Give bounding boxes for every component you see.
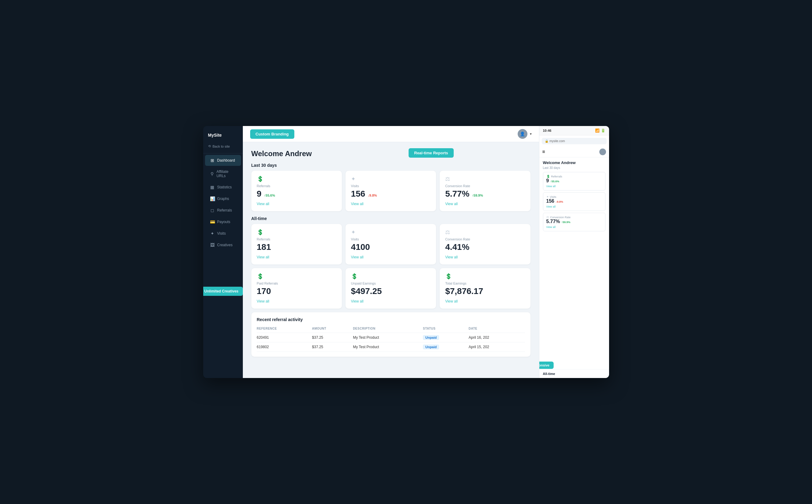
wifi-icon: 📶 — [595, 128, 599, 133]
statistics-icon: ▦ — [210, 185, 215, 190]
alltime-referrals-number: 181 — [257, 242, 336, 252]
row2-date: April 15, 202 — [469, 342, 525, 352]
paid-referrals-icon: 💲 — [257, 273, 336, 280]
main-content: Custom Branding 👤 ▾ Welcome Andrew Real-… — [243, 126, 539, 378]
chevron-down-icon[interactable]: ▾ — [530, 132, 532, 136]
phone-icons: 📶 🔋 — [595, 128, 605, 133]
sidebar-item-creatives[interactable]: 🖼 Creatives — [205, 240, 241, 250]
mobile-preview-panel: Mobile Responsive 10:46 📶 🔋 🔒 mysite.com… — [539, 126, 609, 378]
phone-avatar — [599, 149, 606, 155]
total-earnings-view-all[interactable]: View all — [445, 299, 458, 303]
graphs-icon: 📊 — [210, 196, 215, 201]
unpaid-earnings-card: 💲 Unpaid Earnings $497.25 View all — [346, 268, 436, 309]
alltime-visits-number: 4100 — [351, 242, 431, 252]
last30-visits-number: 156 — [351, 189, 365, 199]
paid-referrals-card: 💲 Paid Referrals 170 View all — [251, 268, 342, 309]
last30-referrals-label: Referrals — [257, 184, 336, 188]
phone-content: Welcome Andrew Last 30 days 💲 Referrals … — [539, 157, 609, 369]
dashboard-body: Welcome Andrew Real-time Reports Last 30… — [243, 142, 539, 378]
col-amount: Amount — [312, 326, 353, 333]
phone-welcome: Welcome Andrew — [543, 160, 605, 165]
sidebar-item-affiliate-urls[interactable]: ⚲ Affiliate URLs — [205, 166, 241, 181]
last30-visits-change: ↓9.8% — [368, 194, 377, 197]
col-status: Status — [423, 326, 469, 333]
payouts-icon: 💳 — [210, 219, 215, 224]
sidebar-item-payouts[interactable]: 💳 Payouts — [205, 216, 241, 227]
sidebar-logo: MySite — [203, 131, 243, 142]
battery-icon: 🔋 — [601, 128, 605, 133]
paid-referrals-view-all[interactable]: View all — [257, 299, 269, 303]
welcome-title: Welcome Andrew — [251, 149, 530, 158]
alltime-referrals-label: Referrals — [257, 237, 336, 241]
phone-status-bar: 10:46 📶 🔋 — [539, 126, 609, 135]
alltime-referrals-view-all[interactable]: View all — [257, 255, 269, 259]
phone-conversion-card: ⚖ Conversion Rate 5.77% ↑59.9% View all — [543, 213, 605, 231]
phone-referrals-icon: 💲 — [546, 175, 550, 178]
phone-nav: ≡ — [539, 147, 609, 157]
activity-title: Recent referral activity — [257, 317, 525, 322]
back-icon: ⟲ — [208, 144, 211, 148]
custom-branding-button[interactable]: Custom Branding — [250, 129, 294, 139]
phone-conversion-view-all[interactable]: View all — [546, 226, 602, 229]
alltime-conversion-icon: ⚖ — [445, 229, 525, 236]
last30-conversion-number: 5.77% — [445, 189, 469, 199]
visits-card-icon: ✦ — [351, 176, 431, 182]
phone-visits-view-all[interactable]: View all — [546, 205, 602, 208]
sidebar-item-dashboard[interactable]: ⊞ Dashboard — [205, 155, 241, 166]
activity-section: Recent referral activity Reference Amoun… — [251, 312, 530, 357]
last30-referrals-change: ↑55.6% — [264, 194, 275, 197]
unpaid-earnings-label: Unpaid Earnings — [351, 282, 431, 285]
referrals-card-icon: 💲 — [257, 176, 336, 182]
visits-icon: ✦ — [210, 231, 215, 236]
referrals-icon: ◻ — [210, 208, 215, 213]
creatives-icon: 🖼 — [210, 243, 215, 247]
header: Custom Branding 👤 ▾ — [243, 126, 539, 142]
unlimited-creatives-tooltip: Unlimited Creatives — [203, 287, 243, 296]
row1-amount: $37.25 — [312, 333, 353, 342]
phone-conversion-change: ↑59.9% — [561, 221, 570, 224]
header-right: 👤 ▾ — [518, 129, 532, 139]
sidebar-item-referrals[interactable]: ◻ Referrals — [205, 205, 241, 216]
last30-visits-label: Visits — [351, 184, 431, 188]
avatar[interactable]: 👤 — [518, 129, 527, 139]
row2-description: My Test Product — [353, 342, 423, 352]
sidebar-item-visits[interactable]: ✦ Visits — [205, 228, 241, 239]
alltime-referrals-icon: 💲 — [257, 229, 336, 236]
row1-date: April 16, 202 — [469, 333, 525, 342]
last30-visits-value-container: 156 ↓9.8% — [351, 189, 431, 199]
affiliate-urls-icon: ⚲ — [210, 171, 214, 176]
sidebar-item-graphs[interactable]: 📊 Graphs — [205, 193, 241, 204]
activity-table: Reference Amount Description Status Date… — [257, 326, 525, 352]
alltime-visits-card: ✦ Visits 4100 View all — [346, 224, 436, 264]
last30-referrals-card: 💲 Referrals 9 ↑55.6% View all — [251, 171, 342, 211]
sidebar-item-statistics[interactable]: ▦ Statistics — [205, 182, 241, 193]
unpaid-earnings-view-all[interactable]: View all — [351, 299, 364, 303]
phone-visits-card: ✦ Visits 156 ↓9.8% View all — [543, 192, 605, 211]
mobile-responsive-button[interactable]: Mobile Responsive — [539, 362, 554, 369]
alltime-visits-view-all[interactable]: View all — [351, 255, 364, 259]
col-date: Date — [469, 326, 525, 333]
last30-conversion-card: ⚖ Conversion Rate 5.77% ↑59.9% View all — [440, 171, 530, 211]
phone-referrals-label: Referrals — [551, 175, 562, 178]
lock-icon: 🔒 — [545, 139, 548, 143]
row1-description: My Test Product — [353, 333, 423, 342]
total-earnings-icon: 💲 — [445, 273, 525, 280]
alltime-conversion-number: 4.41% — [445, 242, 525, 252]
last30-referrals-view-all[interactable]: View all — [257, 202, 269, 206]
back-to-site-link[interactable]: ⟲ Back to site — [203, 142, 243, 152]
last30-conversion-label: Conversion Rate — [445, 184, 525, 188]
alltime-conversion-view-all[interactable]: View all — [445, 255, 458, 259]
last30-visits-view-all[interactable]: View all — [351, 202, 364, 206]
last-30-days-title: Last 30 days — [251, 163, 530, 168]
row2-amount: $37.25 — [312, 342, 353, 352]
last30-conversion-view-all[interactable]: View all — [445, 202, 458, 206]
phone-visits-value: 156 ↓9.8% — [546, 198, 602, 204]
phone-referrals-view-all[interactable]: View all — [546, 185, 602, 188]
row2-status: Unpaid — [423, 342, 469, 352]
phone-referrals-change: ↑55.6% — [550, 180, 559, 183]
paid-referrals-number: 170 — [257, 286, 336, 296]
realtime-reports-button[interactable]: Real-time Reports — [409, 148, 453, 158]
total-earnings-card: 💲 Total Earnings $7,876.17 View all — [440, 268, 530, 309]
phone-address-bar: 🔒 mysite.com — [542, 138, 606, 144]
alltime-visits-label: Visits — [351, 237, 431, 241]
